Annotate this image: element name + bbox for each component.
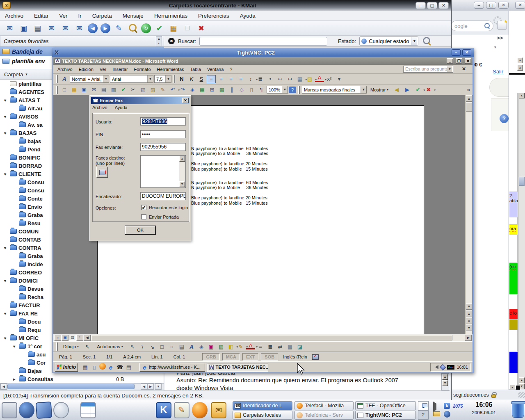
web-view-icon[interactable]: ▣ (62, 335, 68, 341)
word-menu-item[interactable]: Archivo (57, 67, 73, 72)
menu-item[interactable]: Preferencias (198, 13, 229, 19)
font-combo[interactable]: Arial▼ (110, 75, 153, 83)
align-left-icon[interactable]: ≡ (207, 75, 216, 83)
folder-horizontal-scrollbar[interactable]: ◀ ◀ ▶ ▼ (0, 383, 164, 390)
word-menu-item[interactable]: Ver (100, 67, 107, 72)
sheet-cell[interactable] (509, 217, 518, 225)
media-player-icon[interactable]: ▯ (90, 363, 98, 371)
task-carpetas-locales[interactable]: Carpetas locales (233, 411, 292, 420)
browse-next-icon[interactable]: ▼ (466, 325, 472, 331)
word-minimize-button[interactable]: _ (447, 58, 453, 64)
styles-icon[interactable]: A (60, 75, 69, 83)
line-icon[interactable]: \ (138, 342, 147, 351)
save-icon[interactable]: ▣ (18, 23, 29, 34)
more-buttons-icon[interactable]: ▾ (335, 75, 344, 83)
drawing-icon[interactable]: ◇ (237, 86, 246, 94)
sheet-cell[interactable]: e lo (509, 309, 518, 320)
open-search-icon[interactable] (422, 36, 431, 46)
status-toggle[interactable]: EXT (242, 353, 258, 361)
arrow-icon[interactable]: ↘ (148, 342, 157, 351)
favorites-scrollbar[interactable]: ▲▪ (156, 36, 162, 46)
arrow-style-icon[interactable]: ⇄ (276, 342, 285, 351)
pager-desktop-2[interactable]: 2 (418, 411, 428, 419)
sheet-vertical-scrollbar[interactable]: ▲ ▲ ▼ (518, 93, 525, 390)
firefox-icon[interactable] (99, 363, 106, 370)
expand-arrow-icon[interactable] (4, 246, 10, 250)
question-caret-icon[interactable]: ▼ (447, 66, 452, 72)
font-size-combo[interactable]: 7,5▼ (154, 75, 171, 83)
insert-hyperlink-icon[interactable]: ◈ (188, 86, 197, 94)
sheet-cell[interactable]: 2. abla (509, 192, 518, 217)
sheet-scroll-up-icon[interactable]: ▲ (517, 57, 523, 63)
scroll-left-icon[interactable]: ◀ (84, 335, 91, 341)
kde-browser-tray-icon[interactable] (444, 411, 450, 418)
line-color-icon[interactable]: ✎ (236, 342, 245, 351)
bold-icon[interactable]: N (177, 75, 186, 83)
dash-style-icon[interactable]: ≣ (266, 342, 275, 351)
clear-search-icon[interactable]: ✖ (168, 38, 175, 44)
undo-icon[interactable]: ↶ (168, 86, 177, 94)
kmail-launcher-icon[interactable] (211, 402, 226, 418)
openoffice-icon[interactable] (53, 402, 69, 418)
save-icon[interactable]: ▣ (80, 86, 89, 94)
bg-close-button[interactable]: ✕ (498, 2, 509, 9)
resize-grip[interactable] (518, 392, 525, 398)
sheet-scroll-up2-icon[interactable]: ▲ (517, 65, 523, 71)
borders-icon[interactable]: ▦ (295, 75, 304, 83)
expand-arrow-icon[interactable] (13, 377, 19, 381)
ok-button[interactable]: OK (125, 226, 156, 235)
new-document-icon[interactable]: □ (60, 86, 69, 94)
new-tab-icon[interactable] (497, 21, 507, 30)
bg-maximize-button[interactable]: ▢ (486, 2, 496, 9)
spelling-icon[interactable]: ✔ (119, 86, 128, 94)
sheet-cell[interactable] (509, 176, 518, 192)
faxes-destino-textarea[interactable]: ▲ ▼ (140, 155, 186, 188)
vnc-close-button[interactable]: ✕ (462, 49, 471, 56)
shadow-icon[interactable]: ▩ (285, 342, 294, 351)
numbered-list-icon[interactable]: ≣ (256, 75, 265, 83)
word-menu-item[interactable]: Insertar (112, 67, 128, 72)
recordar-login-checkbox[interactable]: ✔ (141, 205, 146, 210)
autoformas-dropdown[interactable]: Autoformas ▾ (93, 342, 127, 351)
compose-mail-icon[interactable]: ✉ (4, 23, 15, 34)
sheet-cell[interactable] (509, 330, 518, 352)
textarea-scrollbar[interactable]: ▲ ▼ (179, 156, 185, 187)
align-center-icon[interactable]: ≡ (217, 75, 226, 83)
outline-view-icon[interactable]: ⋮ (76, 335, 83, 341)
underline-icon[interactable]: S (197, 75, 206, 83)
expand-arrow-icon[interactable] (4, 114, 10, 119)
tray-app-icon[interactable] (440, 364, 446, 370)
prev-change-icon[interactable]: ◀ (392, 86, 401, 94)
menu-item[interactable]: Ver (59, 13, 67, 19)
vnc-minimize-button[interactable]: – (452, 49, 461, 56)
justify-icon[interactable]: ≡ (236, 75, 245, 83)
firefox-launcher-icon[interactable] (192, 402, 208, 418)
reject-change-icon[interactable]: ✖ (424, 86, 433, 94)
scroll-left-icon[interactable]: ◀ (0, 383, 7, 390)
normal-view-icon[interactable]: ≡ (54, 335, 61, 341)
address-book-button[interactable] (96, 167, 108, 178)
status-toggle[interactable]: SOB (261, 353, 278, 361)
superscript-icon[interactable]: x² (325, 75, 334, 83)
task-tightvnc[interactable]: TightVNC: PC2 (355, 411, 416, 420)
check-mail-account-icon[interactable]: ✉ (60, 23, 71, 34)
fax-icon[interactable]: ▤ (125, 363, 133, 371)
insert-table-icon[interactable]: ⊞ (208, 86, 217, 94)
ta-scroll-down-icon[interactable]: ▼ (179, 181, 185, 187)
tables-borders-icon[interactable]: ▦ (198, 86, 207, 94)
word-menu-item[interactable]: Herramientas (157, 67, 184, 72)
vscroll-down-icon[interactable]: ▼ (466, 304, 472, 310)
accept-change-icon[interactable]: ✔ (413, 86, 422, 94)
select-cursor-icon[interactable]: ↖ (83, 342, 92, 351)
taskbar-item-word[interactable]: W TEXTO TARJETAS NEC... (207, 363, 268, 372)
tray-badge[interactable]: 2075 (453, 404, 463, 409)
revision-marks-combo[interactable]: Marcas mostradas finales▼ (302, 86, 367, 94)
menu-item[interactable]: Mensaje (123, 13, 144, 19)
menu-item[interactable]: Editar (34, 13, 48, 19)
clipart-icon[interactable]: ▣ (207, 342, 216, 351)
word-restore-button[interactable]: ❐ (456, 58, 462, 64)
task-identificador[interactable]: Identificador de L (233, 401, 292, 410)
decrease-indent-icon[interactable]: ↤ (276, 75, 285, 83)
approve-icon[interactable]: ✔ (154, 23, 165, 34)
pager-desktop-1[interactable]: 1 (418, 402, 428, 411)
